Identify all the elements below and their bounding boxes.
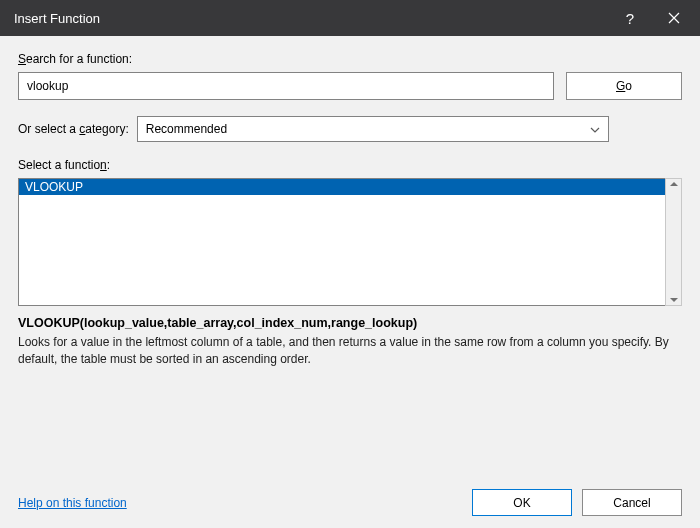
- scroll-up-icon: [670, 182, 678, 186]
- help-link[interactable]: Help on this function: [18, 496, 462, 510]
- chevron-down-icon: [590, 122, 600, 136]
- category-selected-value: Recommended: [146, 122, 227, 136]
- scroll-down-icon: [670, 298, 678, 302]
- help-icon: ?: [626, 10, 634, 27]
- go-button[interactable]: Go: [566, 72, 682, 100]
- function-listbox-wrap: VLOOKUP: [18, 178, 682, 306]
- close-icon: [668, 12, 680, 24]
- close-button[interactable]: [652, 0, 696, 36]
- search-input[interactable]: [18, 72, 554, 100]
- list-item[interactable]: VLOOKUP: [19, 179, 665, 195]
- dialog-footer: Help on this function OK Cancel: [18, 477, 682, 516]
- function-description: Looks for a value in the leftmost column…: [18, 334, 682, 369]
- search-label: Search for a function:: [18, 52, 682, 66]
- function-signature: VLOOKUP(lookup_value,table_array,col_ind…: [18, 316, 682, 330]
- dialog-content: Search for a function: Go Or select a ca…: [0, 36, 700, 528]
- select-function-label: Select a function:: [18, 158, 682, 172]
- cancel-button[interactable]: Cancel: [582, 489, 682, 516]
- listbox-scrollbar[interactable]: [665, 178, 682, 306]
- spacer: [18, 375, 682, 477]
- ok-button[interactable]: OK: [472, 489, 572, 516]
- titlebar: Insert Function ?: [0, 0, 700, 36]
- function-listbox[interactable]: VLOOKUP: [18, 178, 665, 306]
- category-label: Or select a category:: [18, 122, 129, 136]
- category-select[interactable]: Recommended: [137, 116, 609, 142]
- search-row: Go: [18, 72, 682, 100]
- category-row: Or select a category: Recommended: [18, 116, 682, 142]
- help-button[interactable]: ?: [608, 0, 652, 36]
- window-title: Insert Function: [14, 11, 608, 26]
